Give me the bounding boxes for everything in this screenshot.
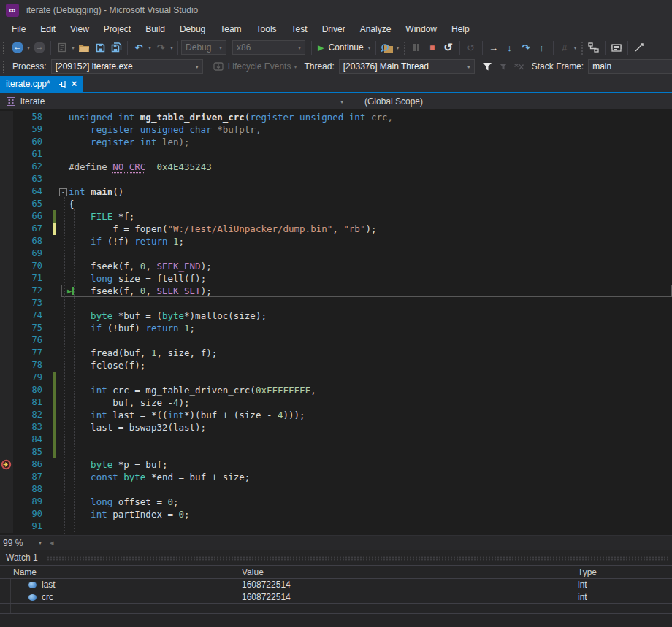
collapse-toggle[interactable]: - bbox=[59, 188, 67, 196]
breakpoint-current-statement-icon[interactable] bbox=[1, 459, 12, 470]
breakpoint-margin[interactable] bbox=[0, 496, 13, 508]
undo-button[interactable]: ↶ bbox=[131, 39, 147, 55]
step-over-button[interactable]: ↷ bbox=[518, 39, 534, 55]
code-text[interactable] bbox=[61, 297, 672, 309]
code-text[interactable]: byte *p = buf; bbox=[61, 458, 672, 471]
breakpoint-margin[interactable] bbox=[0, 359, 13, 372]
threads-dropdown[interactable]: ▾ bbox=[573, 45, 579, 51]
watch-name-cell[interactable]: crc bbox=[0, 591, 237, 603]
code-text[interactable]: const byte *end = buf + size; bbox=[61, 471, 672, 483]
toolbar-grip[interactable] bbox=[2, 60, 6, 73]
open-file-button[interactable] bbox=[76, 39, 92, 55]
breakpoint-margin[interactable] bbox=[0, 247, 13, 260]
lifecycle-events-label[interactable]: Lifecycle Events bbox=[228, 61, 291, 72]
run-to-cursor-icon[interactable]: ▶ bbox=[67, 285, 74, 297]
redo-dropdown[interactable]: ▾ bbox=[169, 45, 175, 51]
breakpoint-margin[interactable] bbox=[0, 260, 13, 272]
breakpoint-margin[interactable] bbox=[0, 471, 13, 483]
code-text[interactable]: int crc = mg_table_driven_crc(0xFFFFFFFF… bbox=[61, 384, 672, 396]
breakpoint-margin[interactable] bbox=[0, 421, 13, 434]
step-into-button[interactable]: ↓ bbox=[502, 39, 518, 55]
code-text[interactable] bbox=[61, 520, 672, 533]
code-text[interactable]: byte *buf = (byte*)malloc(size); bbox=[61, 309, 672, 322]
thread-combo[interactable]: [203376] Main Thread ▾ bbox=[339, 59, 475, 74]
code-text[interactable]: long offset = 0; bbox=[61, 496, 672, 508]
watch-panel-titlebar[interactable]: Watch 1 bbox=[0, 550, 672, 565]
breakpoint-margin[interactable] bbox=[0, 111, 13, 123]
menu-driver[interactable]: Driver bbox=[315, 22, 353, 36]
breakpoint-margin[interactable] bbox=[0, 372, 13, 384]
menu-file[interactable]: File bbox=[4, 22, 33, 36]
code-text[interactable]: register unsigned char *bufptr, bbox=[61, 123, 672, 136]
column-header-value[interactable]: Value bbox=[237, 566, 573, 578]
stack-frame-combo[interactable]: main bbox=[588, 59, 672, 74]
code-text[interactable] bbox=[61, 372, 672, 384]
code-text[interactable] bbox=[61, 247, 672, 260]
types-dropdown[interactable]: iterate ▾ bbox=[0, 93, 351, 109]
breakpoint-margin[interactable] bbox=[0, 396, 13, 409]
column-header-type[interactable]: Type bbox=[573, 566, 672, 578]
breakpoint-margin[interactable] bbox=[0, 136, 13, 148]
immediate-tool-button[interactable] bbox=[631, 39, 647, 55]
continue-button[interactable]: ▶ Continue bbox=[315, 39, 367, 55]
solution-configuration-combo[interactable]: Debug▾ bbox=[181, 40, 226, 55]
toolbar-grip[interactable] bbox=[2, 41, 6, 54]
menu-project[interactable]: Project bbox=[96, 22, 138, 36]
code-text[interactable]: if (!f) return 1; bbox=[61, 235, 672, 247]
breakpoint-margin[interactable] bbox=[0, 483, 13, 496]
watch-add-value-cell[interactable] bbox=[237, 604, 573, 613]
code-text[interactable]: #define NO_CRC 0x4E435243 bbox=[61, 161, 672, 173]
breakpoint-margin[interactable] bbox=[0, 185, 13, 198]
undo-dropdown[interactable]: ▾ bbox=[147, 45, 153, 51]
show-next-statement-button[interactable]: → bbox=[486, 39, 502, 55]
code-text[interactable] bbox=[61, 434, 672, 446]
navigate-backward-button[interactable]: ← bbox=[9, 39, 26, 55]
breakpoint-margin[interactable] bbox=[0, 173, 13, 185]
stop-debugging-button[interactable]: ■ bbox=[424, 39, 440, 55]
filter-threads-button[interactable] bbox=[479, 58, 495, 74]
diagnostic-tools-button[interactable] bbox=[379, 39, 395, 55]
breakpoint-margin[interactable] bbox=[0, 384, 13, 396]
code-editor[interactable]: 58unsigned int mg_table_driven_crc(regis… bbox=[0, 109, 672, 535]
breakpoint-margin[interactable] bbox=[0, 235, 13, 247]
close-tab-button[interactable]: × bbox=[72, 80, 77, 88]
breakpoint-margin[interactable] bbox=[0, 297, 13, 309]
breakpoint-margin[interactable] bbox=[0, 123, 13, 136]
code-text[interactable]: fread(buf, 1, size, f); bbox=[61, 347, 672, 359]
watch-variable-value[interactable]: 1608722514 bbox=[237, 591, 573, 603]
breakpoint-margin[interactable] bbox=[0, 520, 13, 533]
code-text[interactable]: unsigned int mg_table_driven_crc(registe… bbox=[61, 111, 672, 123]
breakpoint-margin[interactable] bbox=[0, 272, 13, 285]
lifecycle-events-button[interactable] bbox=[210, 58, 226, 74]
flag-threads-button[interactable] bbox=[495, 58, 511, 74]
code-text[interactable]: f = fopen("W:/Test/AliUnpacker/dump.bin"… bbox=[61, 223, 672, 235]
redo-button[interactable]: ↷ bbox=[153, 39, 169, 55]
breakpoint-margin[interactable] bbox=[0, 334, 13, 347]
code-text[interactable]: int last = *((int*)(buf + (size - 4))); bbox=[61, 409, 672, 421]
code-text[interactable] bbox=[61, 446, 672, 458]
continue-dropdown[interactable]: ▾ bbox=[367, 45, 373, 51]
code-text[interactable]: fseek(f, 0, SEEK_END); bbox=[61, 260, 672, 272]
process-combo[interactable]: [209152] iterate.exe ▾ bbox=[51, 59, 203, 74]
navigate-backward-dropdown[interactable]: ▾ bbox=[26, 45, 31, 51]
breakpoint-margin[interactable] bbox=[0, 309, 13, 322]
code-text[interactable]: fclose(f); bbox=[61, 359, 672, 372]
code-text[interactable] bbox=[61, 173, 672, 185]
breakpoint-margin[interactable] bbox=[0, 508, 13, 520]
menu-team[interactable]: Team bbox=[213, 22, 248, 36]
breakpoint-margin[interactable] bbox=[0, 210, 13, 223]
watch-row[interactable]: crc1608722514int bbox=[0, 591, 672, 604]
breakpoint-margin[interactable] bbox=[0, 161, 13, 173]
menu-analyze[interactable]: Analyze bbox=[353, 22, 399, 36]
tab-iterate-cpp[interactable]: iterate.cpp* × bbox=[0, 76, 83, 92]
save-all-button[interactable] bbox=[108, 39, 124, 55]
menu-tools[interactable]: Tools bbox=[249, 22, 284, 36]
save-button[interactable] bbox=[92, 39, 108, 55]
suppress-notifications-button[interactable] bbox=[511, 58, 527, 74]
code-text[interactable]: ▶ fseek(f, 0, SEEK_SET); bbox=[61, 285, 672, 297]
code-text[interactable]: long size = ftell(f); bbox=[61, 272, 672, 285]
code-text[interactable] bbox=[61, 334, 672, 347]
diagnostic-tools-dropdown[interactable]: ▾ bbox=[395, 45, 401, 51]
menu-build[interactable]: Build bbox=[138, 22, 172, 36]
breakpoint-margin[interactable] bbox=[0, 285, 13, 297]
